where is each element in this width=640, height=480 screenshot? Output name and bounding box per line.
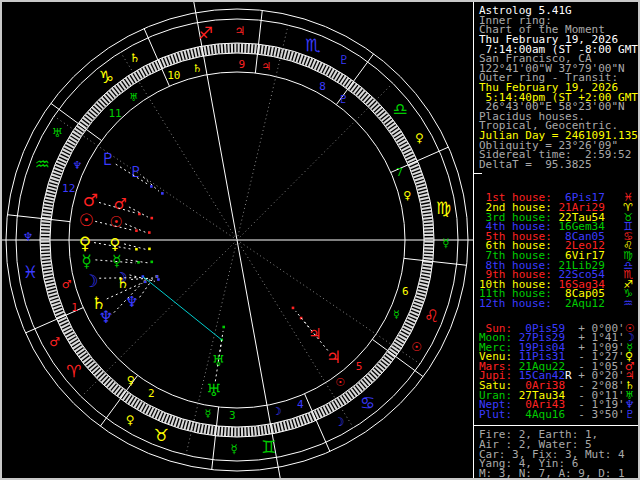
svg-text:☿: ☿	[393, 308, 400, 321]
aspect-line	[143, 277, 222, 340]
svg-text:♂: ♂	[83, 190, 98, 210]
svg-text:♅: ♅	[206, 380, 221, 400]
svg-text:♆: ♆	[73, 159, 83, 172]
svg-text:5: 5	[356, 360, 363, 373]
svg-text:♃: ♃	[234, 24, 245, 38]
svg-text:11: 11	[108, 107, 121, 120]
retrograde-flag	[565, 408, 572, 421]
svg-text:3: 3	[229, 409, 236, 422]
svg-text:☉: ☉	[335, 376, 345, 389]
info-text: DeltaT = 95.3825	[479, 158, 592, 171]
chart-info: Astrolog 5.41GInner ring:Chart of the Mo…	[479, 6, 638, 169]
planet-velocity: - 3°50'	[572, 408, 625, 421]
houses-table: 1st house: 6Pis17♓ 2nd house: 21Ari29♈ 3…	[479, 193, 638, 308]
svg-text:10: 10	[167, 69, 180, 82]
svg-text:♃: ♃	[261, 60, 271, 73]
svg-text:♏: ♏	[305, 35, 320, 55]
svg-text:♓: ♓	[23, 262, 38, 282]
section-tick	[474, 173, 482, 174]
svg-text:☽: ☽	[272, 405, 282, 418]
totals-summary: Fire: 2, Earth: 1,Air : 2, Water: 5Car: …	[479, 430, 638, 478]
svg-text:1: 1	[71, 301, 78, 314]
svg-text:♂: ♂	[114, 195, 127, 213]
svg-text:♀: ♀	[126, 413, 135, 427]
svg-text:2: 2	[148, 387, 155, 400]
svg-text:12: 12	[62, 182, 75, 195]
chart-pane: ♈♂♉♀♊☿♋☽♌☉♍☿♎♀♏♇♐♃♑♄♒♅♓♆1♂2♀3☿4☽5☉6☿7♀8♇…	[2, 2, 474, 478]
planets-table: Sun: 0Pis59 + 0°00'☉Moon: 27Pis29 + 1°41…	[479, 323, 638, 419]
house-row: 12th house: 2Aqu12♒	[479, 299, 638, 309]
svg-text:♋: ♋	[360, 393, 375, 413]
svg-text:♇: ♇	[129, 163, 142, 181]
planet-label: Plut:	[479, 408, 512, 421]
svg-text:♇: ♇	[339, 53, 350, 67]
planet-icon: ♇	[625, 410, 640, 419]
svg-text:♐: ♐	[198, 23, 213, 43]
planet-glyphs: ☉☉☽☽☿☿♀♀♂♂♃♃♄♄♅♅♆♆♇♇	[79, 149, 341, 400]
svg-text:6: 6	[402, 285, 409, 298]
svg-text:☽: ☽	[83, 271, 98, 291]
chart-wheel: ♈♂♉♀♊☿♋☽♌☉♍☿♎♀♏♇♐♃♑♄♒♅♓♆1♂2♀3☿4☽5☉6☿7♀8♇…	[2, 2, 474, 478]
svg-text:♅: ♅	[52, 126, 63, 140]
svg-text:♂: ♂	[62, 278, 72, 291]
svg-text:♌: ♌	[424, 306, 439, 326]
svg-text:♆: ♆	[23, 230, 34, 244]
totals-divider	[474, 425, 638, 426]
svg-text:♊: ♊	[261, 437, 276, 457]
svg-text:♄: ♄	[130, 51, 141, 65]
svg-text:♄: ♄	[192, 62, 202, 75]
svg-text:♀: ♀	[79, 233, 91, 253]
house-cusp-value: 2Aqu12	[552, 297, 605, 310]
svg-text:8: 8	[319, 80, 326, 93]
svg-text:♄: ♄	[116, 274, 129, 292]
svg-text:♀: ♀	[110, 235, 121, 253]
svg-text:♉: ♉	[154, 425, 169, 445]
totals-text: M: 3, N: 7, A: 9, D: 1	[479, 467, 625, 480]
svg-text:♍: ♍	[436, 198, 451, 218]
svg-text:☿: ☿	[81, 251, 91, 271]
svg-text:♎: ♎	[392, 99, 407, 119]
svg-text:♒: ♒	[35, 154, 50, 174]
svg-text:♆: ♆	[98, 307, 113, 327]
svg-text:4: 4	[297, 398, 304, 411]
svg-text:♑: ♑	[99, 67, 114, 87]
svg-text:♃: ♃	[326, 347, 341, 367]
house-cusp-lines	[2, 2, 474, 478]
svg-text:♀: ♀	[127, 374, 135, 387]
svg-text:☿: ☿	[204, 407, 211, 420]
svg-text:☽: ☽	[334, 415, 345, 429]
svg-text:☿: ☿	[442, 236, 449, 250]
svg-text:♇: ♇	[338, 93, 348, 106]
astrolog-window: ♈♂♉♀♊☿♋☽♌☉♍☿♎♀♏♇♐♃♑♄♒♅♓♆1♂2♀3☿4☽5☉6☿7♀8♇…	[0, 0, 640, 480]
svg-text:♇: ♇	[100, 149, 115, 169]
planet-position-value: 4Aqu16	[512, 408, 565, 421]
sidebar: Astrolog 5.41GInner ring:Chart of the Mo…	[473, 2, 638, 478]
svg-text:☿: ☿	[230, 442, 237, 456]
svg-text:☉: ☉	[110, 213, 123, 231]
planet-row: Plut: 4Aqu16 - 3°50'♇	[479, 410, 638, 420]
svg-text:♅: ♅	[129, 91, 139, 104]
planet-degree-dots	[135, 185, 302, 341]
zodiac-sign-icon: ♒	[623, 299, 638, 308]
house-label: 12th house:	[479, 297, 552, 310]
svg-text:♈: ♈	[66, 361, 81, 381]
svg-text:♂: ♂	[49, 335, 60, 349]
svg-text:☉: ☉	[79, 210, 94, 230]
svg-text:9: 9	[238, 58, 245, 71]
svg-text:♀: ♀	[415, 131, 424, 145]
totals-line: M: 3, N: 7, A: 9, D: 1	[479, 469, 638, 479]
svg-text:♀: ♀	[403, 189, 411, 202]
svg-text:☉: ☉	[411, 340, 422, 354]
svg-text:♆: ♆	[125, 293, 138, 311]
svg-text:7: 7	[396, 166, 403, 179]
